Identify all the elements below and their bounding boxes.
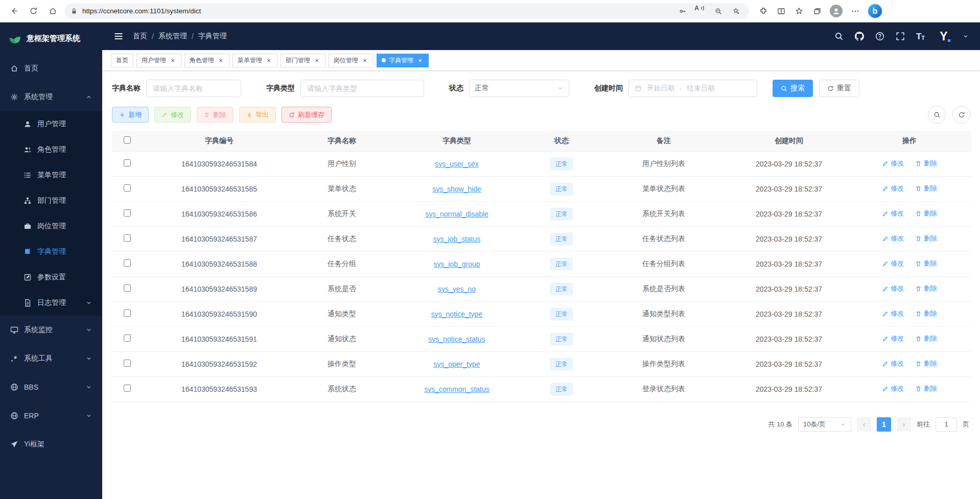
tab-dict-mgmt[interactable]: 字典管理× bbox=[377, 54, 429, 67]
row-checkbox[interactable] bbox=[124, 360, 131, 367]
profile-avatar[interactable] bbox=[830, 5, 843, 17]
address-bar[interactable]: https://ccnetcore.com:1101/system/dict A bbox=[64, 3, 749, 19]
row-checkbox[interactable] bbox=[124, 310, 131, 317]
dict-type-link[interactable]: sys_show_hide bbox=[432, 185, 481, 193]
tab-role-mgmt[interactable]: 角色管理× bbox=[184, 54, 229, 67]
tab-dept-mgmt[interactable]: 部门管理× bbox=[281, 54, 325, 67]
url-text[interactable]: https://ccnetcore.com:1101/system/dict bbox=[82, 7, 671, 15]
row-delete-link[interactable]: 删除 bbox=[915, 334, 937, 343]
sidebar-item-log-mgmt[interactable]: 日志管理 bbox=[0, 290, 102, 316]
breadcrumb-home[interactable]: 首页 bbox=[133, 32, 147, 41]
zoom-out-button[interactable] bbox=[712, 5, 725, 18]
browser-menu-button[interactable] bbox=[850, 6, 860, 16]
tab-home[interactable]: 首页 bbox=[111, 54, 133, 67]
goto-page-input[interactable] bbox=[936, 417, 957, 432]
font-size-button[interactable]: T T bbox=[916, 32, 925, 41]
fullscreen-button[interactable] bbox=[896, 32, 905, 41]
row-delete-link[interactable]: 删除 bbox=[915, 259, 937, 268]
row-checkbox[interactable] bbox=[124, 209, 131, 217]
sidebar-item-bbs[interactable]: BBS bbox=[0, 373, 102, 401]
search-button[interactable]: 搜索 bbox=[773, 80, 813, 97]
sidebar-item-dict-mgmt[interactable]: 字典管理 bbox=[0, 239, 102, 265]
select-all-checkbox[interactable] bbox=[124, 136, 131, 144]
prev-page-button[interactable]: ‹ bbox=[857, 417, 871, 432]
user-menu-caret-icon[interactable] bbox=[963, 33, 969, 39]
row-delete-link[interactable]: 删除 bbox=[915, 159, 937, 168]
tab-post-mgmt[interactable]: 岗位管理× bbox=[329, 54, 374, 67]
close-icon[interactable]: × bbox=[416, 57, 424, 64]
collections-button[interactable] bbox=[812, 6, 822, 16]
sidebar-item-home[interactable]: 首页 bbox=[0, 54, 102, 83]
close-icon[interactable]: × bbox=[265, 57, 272, 64]
refresh-table-button[interactable] bbox=[952, 106, 970, 124]
row-delete-link[interactable]: 删除 bbox=[915, 309, 937, 318]
home-button[interactable] bbox=[45, 4, 60, 19]
row-edit-link[interactable]: 修改 bbox=[882, 334, 904, 343]
hamburger-icon[interactable] bbox=[113, 31, 124, 41]
dict-type-link[interactable]: sys_job_group bbox=[433, 260, 480, 268]
row-checkbox[interactable] bbox=[124, 159, 131, 167]
dict-type-input[interactable] bbox=[300, 80, 424, 97]
dict-type-link[interactable]: sys_job_status bbox=[433, 235, 481, 243]
sidebar-item-system-mgmt[interactable]: 系统管理 bbox=[0, 83, 102, 111]
add-favorite-button[interactable] bbox=[730, 5, 743, 18]
close-icon[interactable]: × bbox=[217, 57, 224, 64]
dict-type-link[interactable]: sys_oper_type bbox=[433, 360, 480, 368]
user-avatar[interactable]: Y bbox=[936, 28, 952, 44]
sidebar-item-user-mgmt[interactable]: 用户管理 bbox=[0, 111, 102, 137]
close-icon[interactable]: × bbox=[313, 57, 320, 64]
row-delete-link[interactable]: 删除 bbox=[915, 359, 937, 368]
row-delete-link[interactable]: 删除 bbox=[915, 384, 937, 393]
row-edit-link[interactable]: 修改 bbox=[882, 234, 904, 243]
sidebar-item-system-monitor[interactable]: 系统监控 bbox=[0, 316, 102, 344]
sidebar-item-yi-framework[interactable]: Yi框架 bbox=[0, 430, 102, 459]
row-edit-link[interactable]: 修改 bbox=[882, 359, 904, 368]
dict-type-link[interactable]: sys_notice_status bbox=[428, 335, 485, 343]
dict-type-link[interactable]: sys_common_status bbox=[424, 385, 489, 393]
sidebar-item-dept-mgmt[interactable]: 部门管理 bbox=[0, 188, 102, 213]
edit-button[interactable]: 修改 bbox=[154, 107, 191, 123]
row-edit-link[interactable]: 修改 bbox=[882, 284, 904, 293]
tab-menu-mgmt[interactable]: 菜单管理× bbox=[232, 54, 277, 67]
row-checkbox[interactable] bbox=[124, 335, 131, 342]
row-edit-link[interactable]: 修改 bbox=[882, 184, 904, 193]
row-edit-link[interactable]: 修改 bbox=[882, 384, 904, 393]
refresh-cache-button[interactable]: 刷新缓存 bbox=[282, 107, 332, 123]
row-delete-link[interactable]: 删除 bbox=[915, 284, 937, 293]
sidebar-item-param-settings[interactable]: 参数设置 bbox=[0, 265, 102, 290]
close-icon[interactable]: × bbox=[169, 57, 176, 64]
dict-type-link[interactable]: sys_yes_no bbox=[438, 285, 476, 293]
status-select[interactable]: 正常 bbox=[469, 80, 569, 97]
export-button[interactable]: 导出 bbox=[239, 107, 276, 123]
sidebar-item-menu-mgmt[interactable]: 菜单管理 bbox=[0, 162, 102, 188]
split-screen-button[interactable] bbox=[776, 6, 786, 16]
delete-button[interactable]: 删除 bbox=[197, 107, 234, 123]
current-page[interactable]: 1 bbox=[877, 417, 891, 432]
row-checkbox[interactable] bbox=[124, 184, 131, 192]
toggle-search-button[interactable] bbox=[928, 106, 946, 124]
favorites-bar-button[interactable] bbox=[794, 6, 804, 16]
reset-button[interactable]: 重置 bbox=[819, 80, 859, 97]
github-button[interactable] bbox=[855, 32, 865, 41]
dict-type-link[interactable]: sys_normal_disable bbox=[425, 210, 488, 218]
bing-chat-button[interactable]: b bbox=[868, 4, 882, 18]
sidebar-item-role-mgmt[interactable]: 角色管理 bbox=[0, 137, 102, 162]
read-aloud-button[interactable]: A bbox=[694, 5, 707, 18]
row-checkbox[interactable] bbox=[124, 284, 131, 292]
row-edit-link[interactable]: 修改 bbox=[882, 259, 904, 268]
sidebar-item-system-tools[interactable]: 系统工具 bbox=[0, 344, 102, 373]
dict-type-link[interactable]: sys_user_sex bbox=[435, 160, 479, 168]
help-button[interactable] bbox=[875, 32, 885, 41]
row-edit-link[interactable]: 修改 bbox=[882, 309, 904, 318]
row-edit-link[interactable]: 修改 bbox=[882, 159, 904, 168]
dict-name-input[interactable] bbox=[146, 80, 241, 97]
tab-user-mgmt[interactable]: 用户管理× bbox=[136, 54, 181, 67]
add-button[interactable]: 新增 bbox=[112, 107, 149, 123]
row-delete-link[interactable]: 删除 bbox=[915, 209, 937, 218]
row-delete-link[interactable]: 删除 bbox=[915, 184, 937, 193]
password-key-button[interactable] bbox=[676, 5, 689, 18]
row-checkbox[interactable] bbox=[124, 259, 131, 267]
dict-type-link[interactable]: sys_notice_type bbox=[431, 310, 482, 318]
sidebar-item-erp[interactable]: ERP bbox=[0, 401, 102, 430]
refresh-button[interactable] bbox=[26, 4, 41, 19]
